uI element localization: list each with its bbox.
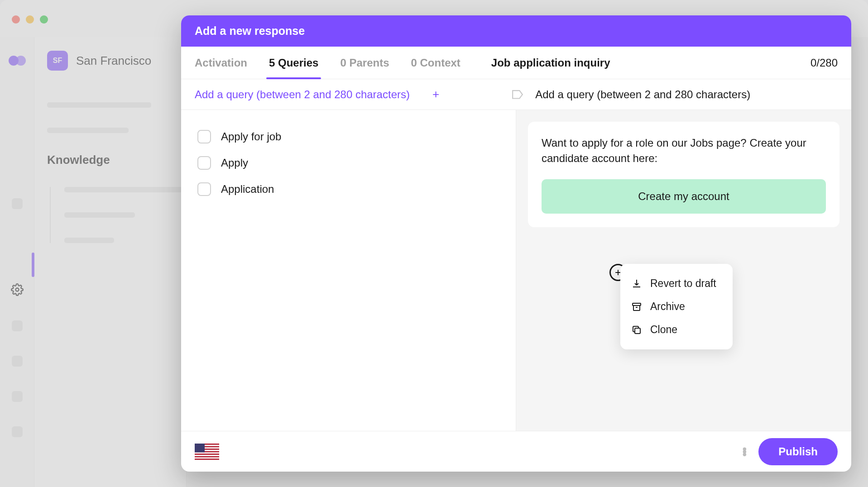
query-input-left[interactable]: Add a query (between 2 and 280 character… [195,88,410,101]
add-query-button[interactable]: + [432,87,439,101]
language-flag-us[interactable] [195,444,219,460]
query-item[interactable]: Apply for job [197,130,499,143]
query-item[interactable]: Application [197,182,499,196]
svg-rect-9 [195,452,219,454]
copy-icon [631,325,642,335]
query-checkbox[interactable] [197,182,211,196]
context-menu: Revert to draft Archive Clone [620,264,733,349]
svg-rect-4 [635,328,640,334]
modal-header: Add a new response [181,15,851,47]
menu-label: Revert to draft [650,277,716,290]
response-modal: Add a new response Activation 5 Queries … [181,15,851,472]
query-item[interactable]: Apply [197,156,499,170]
tag-icon[interactable] [512,90,523,100]
tab-activation[interactable]: Activation [195,47,247,79]
response-title: Job application inquiry [491,57,610,69]
tab-parents[interactable]: 0 Parents [340,47,389,79]
query-label: Apply [221,157,248,169]
query-input-bar: Add a query (between 2 and 280 character… [181,79,851,110]
queries-list: Apply for job Apply Application [181,110,516,431]
menu-label: Clone [650,324,677,336]
menu-revert[interactable]: Revert to draft [620,272,733,295]
modal-tabs: Activation 5 Queries 0 Parents 0 Context… [181,47,851,79]
menu-clone[interactable]: Clone [620,318,733,341]
svg-rect-12 [195,444,205,452]
response-preview-panel: Want to apply for a role on our Jobs pag… [516,110,851,431]
char-count: 0/280 [810,57,838,69]
more-options-button[interactable]: ••• [743,448,748,456]
preview-cta-button[interactable]: Create my account [542,179,826,214]
preview-card: Want to apply for a role on our Jobs pag… [528,122,839,227]
publish-button[interactable]: Publish [758,438,838,465]
svg-rect-11 [195,457,219,458]
tab-context[interactable]: 0 Context [411,47,460,79]
query-label: Apply for job [221,130,281,143]
tab-queries[interactable]: 5 Queries [269,47,318,79]
menu-label: Archive [650,301,685,313]
query-checkbox[interactable] [197,130,211,143]
preview-text: Want to apply for a role on our Jobs pag… [542,135,826,166]
menu-archive[interactable]: Archive [620,295,733,318]
modal-body: Apply for job Apply Application Want to … [181,110,851,431]
query-checkbox[interactable] [197,156,211,170]
svg-rect-3 [633,303,641,306]
svg-rect-10 [195,454,219,456]
query-label: Application [221,183,274,196]
download-icon [631,278,642,289]
modal-footer: ••• Publish [181,431,851,472]
archive-icon [631,301,642,312]
query-input-right[interactable]: Add a query (between 2 and 280 character… [535,88,750,101]
